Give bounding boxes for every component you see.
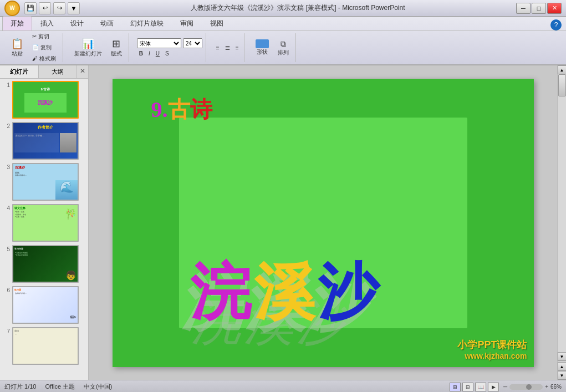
cut-button[interactable]: ✂ 剪切 bbox=[29, 32, 59, 42]
minimize-button[interactable]: ─ bbox=[516, 3, 531, 14]
slides-group: 📊 新建幻灯片 ⊞ 版式 bbox=[68, 33, 129, 62]
slide-number-3: 3 bbox=[2, 164, 10, 170]
main-area: 幻灯片 大纲 ✕ 1 9.古诗 浣溪沙 2 bbox=[0, 65, 566, 380]
arrange-button[interactable]: ⧉ 排列 bbox=[274, 38, 292, 58]
slideshow-button[interactable]: ▶ bbox=[488, 383, 499, 391]
watermark-line2: www.kjzhan.com bbox=[457, 352, 527, 360]
office-button[interactable]: W bbox=[4, 1, 20, 16]
quick-access-toolbar: 💾 ↩ ↪ ▼ bbox=[24, 2, 80, 14]
ribbon-tabs: 开始 插入 设计 动画 幻灯片放映 审阅 视图 ? bbox=[0, 17, 566, 31]
zoom-slider[interactable] bbox=[509, 384, 543, 390]
underline-button[interactable]: U bbox=[154, 50, 162, 57]
gu-char: 古 bbox=[168, 94, 190, 125]
slide-item-1[interactable]: 1 9.古诗 浣溪沙 bbox=[2, 81, 86, 119]
slide-canvas[interactable]: 浣溪沙 浣溪沙 9. 古 诗 浣 溪 沙 小学PPT课件站 www.kjzhan… bbox=[113, 79, 534, 367]
theme-status: Office 主题 bbox=[45, 383, 75, 391]
title-bar-left: W 💾 ↩ ↪ ▼ bbox=[4, 1, 80, 16]
window-controls: ─ □ ✕ bbox=[516, 3, 562, 14]
slide-sorter-button[interactable]: ⊟ bbox=[462, 383, 473, 391]
slide-item-6[interactable]: 6 练习题 选择练习内容... ✏ bbox=[2, 286, 86, 324]
bold-button[interactable]: B bbox=[137, 50, 145, 57]
panel-tabs: 幻灯片 大纲 ✕ bbox=[0, 65, 88, 79]
zoom-out-button[interactable]: ─ bbox=[503, 384, 507, 390]
align-center-button[interactable]: ☰ bbox=[223, 44, 232, 52]
status-bar-right: ⊞ ⊟ 📖 ▶ ─ + 66% bbox=[450, 383, 562, 391]
panel-tab-slides[interactable]: 幻灯片 bbox=[0, 65, 39, 78]
panel-close-button[interactable]: ✕ bbox=[77, 65, 88, 77]
tab-home[interactable]: 开始 bbox=[2, 16, 32, 30]
italic-button[interactable]: I bbox=[146, 50, 152, 57]
reading-view-button[interactable]: 📖 bbox=[475, 383, 486, 391]
align-right-button[interactable]: ≡ bbox=[233, 44, 241, 52]
paste-button[interactable]: 📋 粘贴 bbox=[8, 37, 27, 59]
slide-number-5: 5 bbox=[2, 246, 10, 252]
redo-button[interactable]: ↪ bbox=[53, 2, 65, 14]
save-button[interactable]: 💾 bbox=[24, 2, 37, 14]
shadow-button[interactable]: S bbox=[163, 50, 171, 57]
slide-thumb-4[interactable]: 课文注释 • 蕲水：县名• 清泉寺：寺名• 兰溪：溪名 🎋 bbox=[12, 204, 79, 242]
char-xi: 溪 bbox=[254, 251, 315, 334]
slide-item-7[interactable]: 7 总结 ... bbox=[2, 327, 86, 365]
slide-edit-area[interactable]: 浣溪沙 浣溪沙 9. 古 诗 浣 溪 沙 小学PPT课件站 www.kjzhan… bbox=[89, 65, 557, 380]
shapes-button[interactable]: 形状 bbox=[252, 38, 272, 57]
slide-number-6: 6 bbox=[2, 287, 10, 293]
tab-slideshow[interactable]: 幻灯片放映 bbox=[122, 16, 172, 30]
slide-item-5[interactable]: 5 学习内容 • 门前流水尚能西• 休将白发唱黄鸡 👦 bbox=[2, 245, 86, 283]
zoom-thumb[interactable] bbox=[526, 384, 532, 390]
slide-thumb-2[interactable]: 作者简介 苏轼(1037－1101)，字子瞻... bbox=[12, 122, 79, 160]
tab-animation[interactable]: 动画 bbox=[92, 16, 122, 30]
align-left-button[interactable]: ≡ bbox=[214, 44, 222, 52]
scroll-track[interactable] bbox=[558, 74, 566, 352]
slide-item-3[interactable]: 3 浣溪沙 苏轼 游蕲水清泉寺... 🌊 bbox=[2, 163, 86, 201]
slide-count-status: 幻灯片 1/10 bbox=[4, 383, 36, 391]
close-button[interactable]: ✕ bbox=[547, 3, 562, 14]
font-size-select[interactable]: 24 bbox=[183, 38, 202, 48]
format-painter-button[interactable]: 🖌 格式刷 bbox=[29, 54, 59, 64]
char-sha: 沙 bbox=[318, 251, 379, 334]
slide-thumb-5[interactable]: 学习内容 • 门前流水尚能西• 休将白发唱黄鸡 👦 bbox=[12, 245, 79, 283]
normal-view-button[interactable]: ⊞ bbox=[450, 383, 461, 391]
slide-number-1: 1 bbox=[2, 82, 10, 88]
scroll-thumb[interactable] bbox=[558, 74, 566, 96]
maximize-button[interactable]: □ bbox=[532, 3, 546, 14]
slide-thumb-6[interactable]: 练习题 选择练习内容... ✏ bbox=[12, 286, 79, 324]
slide-number-4: 4 bbox=[2, 205, 10, 211]
scroll-down-button[interactable]: ▼ bbox=[558, 352, 567, 361]
clipboard-group: 📋 粘贴 ✂ 剪切 📄 复制 🖌 格式刷 bbox=[4, 33, 63, 62]
zoom-level[interactable]: 66% bbox=[550, 384, 562, 390]
new-slide-button[interactable]: 📊 新建幻灯片 bbox=[71, 37, 105, 59]
undo-button[interactable]: ↩ bbox=[39, 2, 51, 14]
tab-insert[interactable]: 插入 bbox=[32, 16, 62, 30]
left-panel: 幻灯片 大纲 ✕ 1 9.古诗 浣溪沙 2 bbox=[0, 65, 89, 380]
watermark-line1: 小学PPT课件站 bbox=[457, 338, 527, 352]
slide-heading: 9. 古 诗 bbox=[151, 94, 212, 125]
slide-thumb-1[interactable]: 9.古诗 浣溪沙 bbox=[12, 81, 79, 119]
tab-design[interactable]: 设计 bbox=[62, 16, 92, 30]
slide-number-2: 2 bbox=[2, 123, 10, 129]
scroll-next-slide[interactable]: ▼ bbox=[558, 371, 567, 380]
slide-thumb-7[interactable]: 总结 ... bbox=[12, 327, 79, 365]
language-status: 中文(中国) bbox=[84, 383, 112, 391]
slide-item-4[interactable]: 4 课文注释 • 蕲水：县名• 清泉寺：寺名• 兰溪：溪名 🎋 bbox=[2, 204, 86, 242]
drawing-group: 形状 ⧉ 排列 bbox=[249, 33, 296, 62]
copy-button[interactable]: 📄 复制 bbox=[29, 43, 59, 53]
customize-button[interactable]: ▼ bbox=[68, 2, 80, 14]
help-icon[interactable]: ? bbox=[550, 19, 564, 30]
char-wan: 浣 bbox=[190, 251, 251, 334]
zoom-in-button[interactable]: + bbox=[545, 384, 548, 390]
right-scrollbar[interactable]: ▲ ▼ ▲ ▼ bbox=[557, 65, 566, 380]
scroll-prev-slide[interactable]: ▲ bbox=[558, 362, 567, 371]
font-group: 宋体 24 B I U S bbox=[134, 33, 206, 62]
scroll-up-button[interactable]: ▲ bbox=[558, 65, 567, 74]
status-bar: 幻灯片 1/10 Office 主题 中文(中国) ⊞ ⊟ 📖 ▶ ─ + 66… bbox=[0, 380, 566, 392]
layout-button[interactable]: ⊞ 版式 bbox=[108, 37, 125, 59]
slide-thumb-3[interactable]: 浣溪沙 苏轼 游蕲水清泉寺... 🌊 bbox=[12, 163, 79, 201]
tab-view[interactable]: 视图 bbox=[202, 16, 232, 30]
slides-list[interactable]: 1 9.古诗 浣溪沙 2 作者简介 bbox=[0, 79, 88, 380]
zoom-bar: ─ + 66% bbox=[503, 384, 562, 390]
font-family-select[interactable]: 宋体 bbox=[137, 38, 181, 48]
panel-tab-outline[interactable]: 大纲 bbox=[39, 65, 78, 78]
slide-item-2[interactable]: 2 作者简介 苏轼(1037－1101)，字子瞻... bbox=[2, 122, 86, 160]
tab-review[interactable]: 审阅 bbox=[172, 16, 202, 30]
paragraph-group: ≡ ☰ ≡ bbox=[211, 33, 245, 62]
